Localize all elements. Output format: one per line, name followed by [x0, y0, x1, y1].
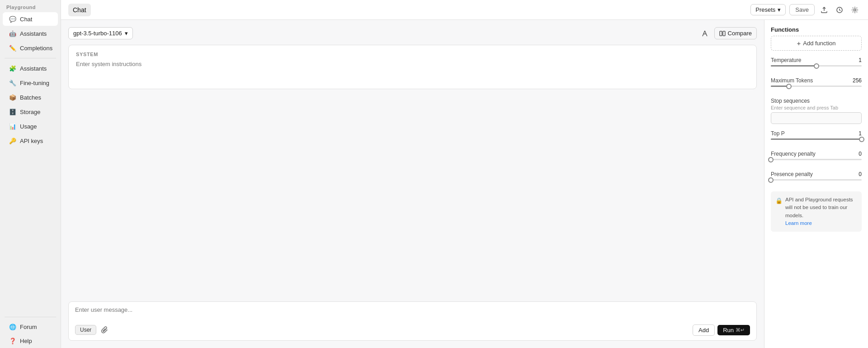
sidebar-item-chat[interactable]: 💬 Chat — [3, 12, 58, 26]
system-label: SYSTEM — [76, 52, 749, 57]
svg-rect-3 — [723, 31, 725, 36]
sidebar-item-assistants[interactable]: 🤖 Assistants — [3, 27, 58, 40]
temperature-section: Temperature 1 — [771, 57, 862, 71]
stop-sequences-input[interactable] — [771, 112, 862, 124]
divider2 — [5, 317, 56, 317]
history-button[interactable] — [834, 4, 845, 16]
top-p-section: Top P 1 — [771, 130, 862, 144]
sidebar-label-help: Help — [20, 338, 32, 344]
max-tokens-slider[interactable] — [771, 86, 862, 87]
info-box: 🔒 API and Playground requests will not b… — [771, 191, 862, 232]
usage-icon: 📊 — [9, 123, 16, 130]
presence-penalty-section: Presence penalty 0 — [771, 171, 862, 185]
presets-chevron: ▾ — [778, 6, 781, 13]
settings-icon — [851, 6, 859, 14]
presence-penalty-slider[interactable] — [771, 179, 862, 181]
user-badge-button[interactable]: User — [75, 325, 96, 335]
upload-button[interactable] — [818, 4, 830, 16]
max-tokens-label: Maximum Tokens — [771, 77, 813, 84]
sidebar-item-apikeys[interactable]: 🔑 API keys — [3, 134, 58, 148]
presence-penalty-value: 0 — [859, 171, 862, 177]
model-value: gpt-3.5-turbo-1106 — [73, 30, 122, 37]
sidebar-label-batches: Batches — [20, 94, 41, 101]
storage-icon: 🗄️ — [9, 108, 16, 115]
sidebar-item-help[interactable]: ❓ Help — [3, 334, 58, 348]
temperature-slider[interactable] — [771, 65, 862, 67]
top-bar: Chat Presets ▾ Save — [61, 0, 868, 20]
add-function-button[interactable]: + Add function — [771, 36, 862, 51]
compare-label: Compare — [728, 30, 752, 37]
settings-button[interactable] — [849, 4, 861, 16]
stop-sequences-sublabel: Enter sequence and press Tab — [771, 105, 862, 110]
forum-icon: 🌐 — [9, 323, 16, 330]
info-text: API and Playground requests will not be … — [785, 197, 853, 218]
sidebar-label-assistants: Assistants — [20, 30, 47, 37]
model-chevron: ▾ — [125, 30, 128, 37]
sidebar-item-forum[interactable]: 🌐 Forum — [3, 320, 58, 334]
sidebar: Playground 💬 Chat 🤖 Assistants ✏️ Comple… — [0, 0, 61, 348]
run-shortcut: ⌘↵ — [736, 327, 745, 333]
sidebar-item-assistants2[interactable]: 🧩 Assistants — [3, 62, 58, 75]
shield-icon: 🔒 — [775, 196, 783, 227]
functions-section: Functions + Add function — [771, 26, 862, 51]
chat-icon: 💬 — [9, 15, 16, 23]
sidebar-label-storage: Storage — [20, 109, 41, 115]
temperature-value: 1 — [859, 57, 862, 63]
sidebar-item-completions[interactable]: ✏️ Completions — [3, 41, 58, 55]
message-input[interactable] — [75, 306, 750, 320]
tab-chat[interactable]: Chat — [68, 4, 91, 16]
upload-icon — [821, 6, 828, 14]
top-p-thumb — [859, 137, 864, 142]
compare-icon — [719, 30, 726, 37]
sidebar-label-assistants2: Assistants — [20, 65, 47, 72]
beam-button[interactable] — [699, 28, 711, 39]
freq-penalty-label: Frequency penalty — [771, 151, 816, 157]
assistants2-icon: 🧩 — [9, 65, 16, 72]
batches-icon: 📦 — [9, 94, 16, 101]
right-panel: Functions + Add function Temperature 1 — [764, 20, 868, 348]
run-button[interactable]: Run ⌘↵ — [717, 325, 750, 335]
functions-title: Functions — [771, 26, 862, 33]
presence-penalty-thumb — [768, 177, 774, 183]
model-selector-row: gpt-3.5-turbo-1106 ▾ Compare — [68, 27, 757, 39]
apikeys-icon: 🔑 — [9, 137, 16, 144]
freq-penalty-value: 0 — [859, 151, 862, 157]
max-tokens-value: 256 — [853, 77, 862, 84]
content-area: gpt-3.5-turbo-1106 ▾ Compare — [61, 20, 868, 348]
learn-more-link[interactable]: Learn more — [785, 220, 812, 226]
sidebar-item-usage[interactable]: 📊 Usage — [3, 119, 58, 133]
divider — [5, 58, 56, 58]
svg-rect-2 — [720, 31, 722, 36]
top-p-label: Top P — [771, 130, 785, 137]
completions-icon: ✏️ — [9, 44, 16, 52]
save-button[interactable]: Save — [789, 4, 815, 15]
temperature-fill — [771, 65, 816, 67]
model-dropdown[interactable]: gpt-3.5-turbo-1106 ▾ — [68, 27, 133, 39]
sidebar-item-storage[interactable]: 🗄️ Storage — [3, 105, 58, 119]
presets-label: Presets — [755, 6, 775, 13]
freq-penalty-slider[interactable] — [771, 159, 862, 160]
sidebar-label-forum: Forum — [20, 324, 37, 330]
plus-icon: + — [797, 39, 801, 47]
attach-button[interactable] — [99, 324, 111, 336]
max-tokens-thumb — [786, 84, 792, 89]
stop-sequences-label: Stop sequences — [771, 98, 862, 104]
top-p-slider[interactable] — [771, 138, 862, 140]
sidebar-label-finetuning: Fine-tuning — [20, 80, 49, 86]
beam-icon — [701, 30, 708, 37]
presets-dropdown[interactable]: Presets ▾ — [750, 4, 786, 15]
history-icon — [836, 6, 843, 14]
system-input[interactable] — [76, 61, 749, 81]
temperature-label: Temperature — [771, 57, 801, 63]
sidebar-label-chat: Chat — [20, 16, 32, 23]
sidebar-item-finetuning[interactable]: 🔧 Fine-tuning — [3, 76, 58, 90]
help-icon: ❓ — [9, 337, 16, 344]
add-button[interactable]: Add — [693, 324, 715, 336]
compare-button[interactable]: Compare — [714, 27, 757, 39]
presence-penalty-label: Presence penalty — [771, 171, 813, 177]
sidebar-item-batches[interactable]: 📦 Batches — [3, 91, 58, 104]
chat-spacer — [68, 95, 757, 296]
chat-area: gpt-3.5-turbo-1106 ▾ Compare — [61, 20, 764, 348]
freq-penalty-thumb — [768, 157, 774, 162]
message-input-actions: User Add Run ⌘↵ — [75, 324, 750, 336]
